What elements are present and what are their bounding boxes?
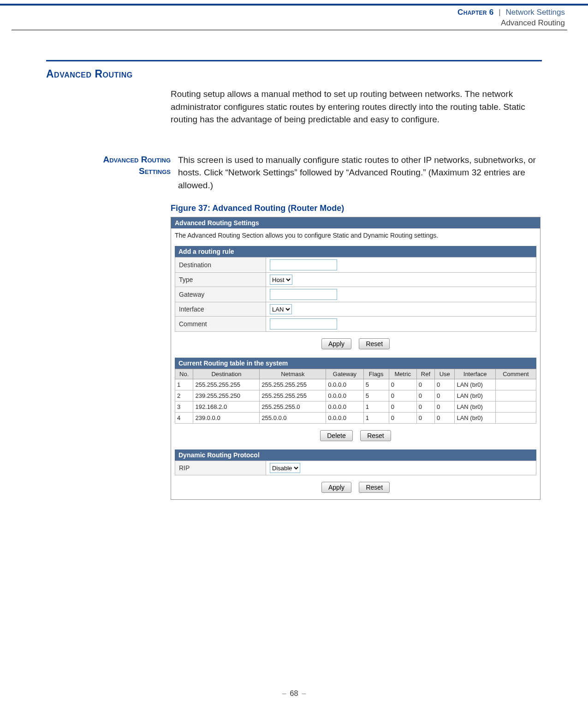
label-rip: RIP <box>175 461 266 475</box>
header-section: Network Settings <box>506 8 565 17</box>
table-row: 1255.255.255.255255.255.255.2550.0.0.050… <box>175 379 536 390</box>
cell-dest: 239.0.0.0 <box>193 413 260 424</box>
col-gateway: Gateway <box>326 369 363 379</box>
cell-dest: 255.255.255.255 <box>193 379 260 390</box>
cell-mask: 255.0.0.0 <box>260 413 326 424</box>
running-header: Chapter 6 | Network Settings Advanced Ro… <box>0 7 565 29</box>
chapter-label: Chapter 6 <box>457 8 494 17</box>
table-row: 4239.0.0.0255.0.0.00.0.0.01000LAN (br0) <box>175 413 536 424</box>
label-destination: Destination <box>175 258 266 273</box>
page-number: 68 <box>290 689 298 697</box>
reset-button-2[interactable]: Reset <box>360 430 391 441</box>
col-use: Use <box>435 369 455 379</box>
cell-no: 1 <box>175 379 193 390</box>
cell-ref: 0 <box>416 379 434 390</box>
cell-no: 4 <box>175 413 193 424</box>
figure-caption: Figure 37: Advanced Routing (Router Mode… <box>171 204 542 213</box>
subsection-label: Advanced Routing Settings <box>46 154 178 192</box>
cell-ref: 0 <box>416 401 434 413</box>
comment-input[interactable] <box>270 318 337 330</box>
cell-mask: 255.255.255.0 <box>260 401 326 413</box>
cell-flags: 1 <box>363 401 389 413</box>
header-separator: | <box>499 8 500 17</box>
table-row: 2239.255.255.250255.255.255.2550.0.0.050… <box>175 390 536 401</box>
col-ref: Ref <box>416 369 434 379</box>
reset-button[interactable]: Reset <box>359 338 390 349</box>
cell-use: 0 <box>435 401 455 413</box>
apply-button[interactable]: Apply <box>321 338 351 349</box>
col-comment: Comment <box>495 369 536 379</box>
cell-iface: LAN (br0) <box>455 413 495 424</box>
cell-metric: 0 <box>389 413 416 424</box>
cell-iface: LAN (br0) <box>455 379 495 390</box>
type-select[interactable]: Host <box>270 275 292 285</box>
cell-gw: 0.0.0.0 <box>326 379 363 390</box>
section-rule <box>46 60 542 61</box>
cell-iface: LAN (br0) <box>455 401 495 413</box>
cell-use: 0 <box>435 390 455 401</box>
label-comment: Comment <box>175 317 266 332</box>
cell-dest: 239.255.255.250 <box>193 390 260 401</box>
label-interface: Interface <box>175 302 266 317</box>
cell-gw: 0.0.0.0 <box>326 390 363 401</box>
cell-comment <box>495 379 536 390</box>
cell-no: 3 <box>175 401 193 413</box>
cell-iface: LAN (br0) <box>455 390 495 401</box>
add-rule-form: Destination Type Host Gateway Interface … <box>175 257 536 332</box>
subsection-label-line2: Settings <box>139 166 171 176</box>
dynamic-form: RIP Disable <box>175 461 536 475</box>
intro-paragraph: Routing setup allows a manual method to … <box>171 88 542 126</box>
destination-input[interactable] <box>270 259 337 270</box>
page-footer: –68– <box>0 689 588 698</box>
cell-flags: 1 <box>363 413 389 424</box>
cell-comment <box>495 413 536 424</box>
panel-advanced-routing-settings: Advanced Routing Settings <box>171 217 540 228</box>
cell-metric: 0 <box>389 401 416 413</box>
cell-comment <box>495 390 536 401</box>
cell-metric: 0 <box>389 390 416 401</box>
delete-button[interactable]: Delete <box>320 430 352 441</box>
table-row: 3192.168.2.0255.255.255.00.0.0.01000LAN … <box>175 401 536 413</box>
cell-no: 2 <box>175 390 193 401</box>
cell-mask: 255.255.255.255 <box>260 379 326 390</box>
subsection-label-line1: Advanced Routing <box>103 155 171 164</box>
col-destination: Destination <box>193 369 260 379</box>
label-gateway: Gateway <box>175 287 266 302</box>
header-divider <box>12 30 567 30</box>
panel-routing-table: Current Routing table in the system <box>175 358 536 369</box>
panel-description: The Advanced Routing Section allows you … <box>171 228 540 246</box>
router-screenshot: Advanced Routing Settings The Advanced R… <box>171 217 540 500</box>
cell-dest: 192.168.2.0 <box>193 401 260 413</box>
subsection-paragraph: This screen is used to manually configur… <box>178 154 542 192</box>
cell-gw: 0.0.0.0 <box>326 413 363 424</box>
cell-comment <box>495 401 536 413</box>
panel-dynamic-routing: Dynamic Routing Protocol <box>175 449 536 461</box>
header-breadcrumb: Advanced Routing <box>501 18 565 27</box>
cell-flags: 5 <box>363 379 389 390</box>
cell-use: 0 <box>435 413 455 424</box>
rip-select[interactable]: Disable <box>270 463 300 473</box>
top-rule-bar <box>0 4 588 6</box>
label-type: Type <box>175 273 266 287</box>
cell-use: 0 <box>435 379 455 390</box>
interface-select[interactable]: LAN <box>270 304 292 314</box>
cell-flags: 5 <box>363 390 389 401</box>
col-interface: Interface <box>455 369 495 379</box>
cell-mask: 255.255.255.255 <box>260 390 326 401</box>
col-flags: Flags <box>363 369 389 379</box>
section-title: Advanced Routing <box>46 68 542 80</box>
gateway-input[interactable] <box>270 289 337 300</box>
routing-table: No. Destination Netmask Gateway Flags Me… <box>175 369 536 424</box>
apply-button-2[interactable]: Apply <box>321 482 351 493</box>
cell-metric: 0 <box>389 379 416 390</box>
col-no: No. <box>175 369 193 379</box>
cell-ref: 0 <box>416 390 434 401</box>
col-netmask: Netmask <box>260 369 326 379</box>
reset-button-3[interactable]: Reset <box>359 482 390 493</box>
cell-ref: 0 <box>416 413 434 424</box>
panel-add-rule: Add a routing rule <box>175 246 536 257</box>
cell-gw: 0.0.0.0 <box>326 401 363 413</box>
col-metric: Metric <box>389 369 416 379</box>
